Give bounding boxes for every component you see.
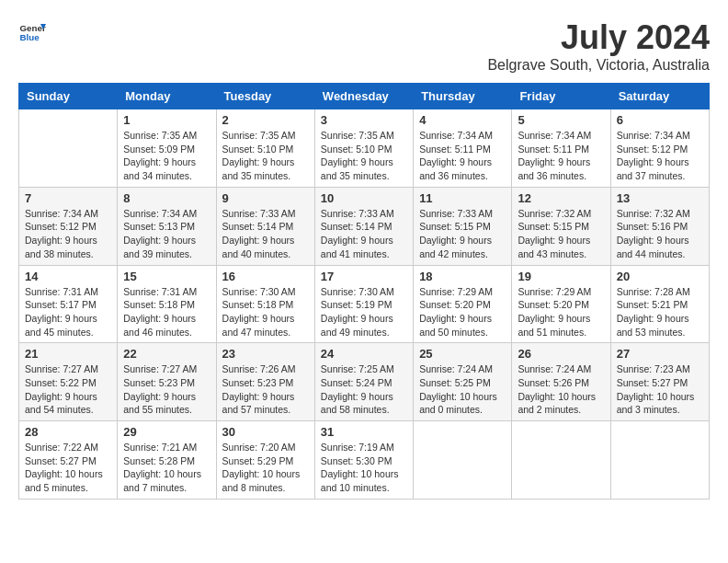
calendar-cell: 9Sunrise: 7:33 AMSunset: 5:14 PMDaylight… [216, 187, 314, 265]
calendar-cell [414, 421, 512, 500]
calendar-cell: 28Sunrise: 7:22 AMSunset: 5:27 PMDayligh… [19, 421, 118, 500]
day-number: 21 [25, 347, 111, 361]
day-info: Sunrise: 7:23 AMSunset: 5:27 PMDaylight:… [617, 362, 703, 417]
day-number: 20 [617, 270, 703, 283]
day-number: 4 [419, 113, 506, 127]
calendar-cell: 11Sunrise: 7:33 AMSunset: 5:15 PMDayligh… [414, 187, 512, 265]
title-block: July 2024 Belgrave South, Victoria, Aust… [487, 18, 710, 74]
day-number: 31 [321, 425, 407, 439]
day-info: Sunrise: 7:19 AMSunset: 5:30 PMDaylight:… [321, 441, 407, 495]
calendar-cell: 12Sunrise: 7:32 AMSunset: 5:15 PMDayligh… [512, 187, 610, 265]
weekday-header-saturday: Saturday [610, 84, 709, 109]
calendar-cell: 18Sunrise: 7:29 AMSunset: 5:20 PMDayligh… [414, 265, 512, 343]
day-info: Sunrise: 7:34 AMSunset: 5:12 PMDaylight:… [617, 129, 703, 183]
calendar-cell: 23Sunrise: 7:26 AMSunset: 5:23 PMDayligh… [216, 343, 314, 421]
calendar-cell: 31Sunrise: 7:19 AMSunset: 5:30 PMDayligh… [314, 421, 413, 500]
calendar-cell: 8Sunrise: 7:34 AMSunset: 5:13 PMDaylight… [118, 187, 216, 265]
day-number: 8 [123, 191, 210, 205]
calendar-week-row: 14Sunrise: 7:31 AMSunset: 5:17 PMDayligh… [19, 265, 710, 343]
weekday-header-sunday: Sunday [19, 84, 118, 109]
day-info: Sunrise: 7:34 AMSunset: 5:11 PMDaylight:… [518, 129, 604, 183]
day-number: 10 [321, 191, 407, 205]
calendar-cell: 10Sunrise: 7:33 AMSunset: 5:14 PMDayligh… [314, 187, 413, 265]
day-number: 6 [617, 113, 703, 127]
calendar-cell: 4Sunrise: 7:34 AMSunset: 5:11 PMDaylight… [414, 109, 512, 188]
day-info: Sunrise: 7:28 AMSunset: 5:21 PMDaylight:… [617, 285, 703, 339]
calendar-cell: 26Sunrise: 7:24 AMSunset: 5:26 PMDayligh… [512, 343, 610, 421]
day-info: Sunrise: 7:24 AMSunset: 5:26 PMDaylight:… [518, 362, 604, 417]
day-info: Sunrise: 7:27 AMSunset: 5:22 PMDaylight:… [25, 362, 111, 417]
calendar-week-row: 7Sunrise: 7:34 AMSunset: 5:12 PMDaylight… [19, 187, 710, 265]
calendar-cell: 30Sunrise: 7:20 AMSunset: 5:29 PMDayligh… [216, 421, 314, 500]
weekday-header-tuesday: Tuesday [216, 84, 314, 109]
calendar-cell: 25Sunrise: 7:24 AMSunset: 5:25 PMDayligh… [414, 343, 512, 421]
calendar-cell: 29Sunrise: 7:21 AMSunset: 5:28 PMDayligh… [118, 421, 216, 500]
calendar-cell [610, 421, 709, 500]
day-info: Sunrise: 7:33 AMSunset: 5:15 PMDaylight:… [419, 207, 506, 261]
day-info: Sunrise: 7:27 AMSunset: 5:23 PMDaylight:… [123, 362, 210, 417]
calendar-cell: 6Sunrise: 7:34 AMSunset: 5:12 PMDaylight… [610, 109, 709, 188]
day-info: Sunrise: 7:25 AMSunset: 5:24 PMDaylight:… [321, 362, 407, 417]
logo: General Blue [18, 18, 46, 46]
day-number: 27 [617, 347, 703, 361]
day-number: 15 [123, 270, 210, 283]
day-info: Sunrise: 7:24 AMSunset: 5:25 PMDaylight:… [419, 362, 506, 417]
day-info: Sunrise: 7:33 AMSunset: 5:14 PMDaylight:… [321, 207, 407, 261]
page-header: General Blue July 2024 Belgrave South, V… [18, 18, 710, 74]
day-info: Sunrise: 7:29 AMSunset: 5:20 PMDaylight:… [419, 285, 506, 339]
calendar-cell: 19Sunrise: 7:29 AMSunset: 5:20 PMDayligh… [512, 265, 610, 343]
day-info: Sunrise: 7:31 AMSunset: 5:18 PMDaylight:… [123, 285, 210, 339]
weekday-header-row: SundayMondayTuesdayWednesdayThursdayFrid… [19, 84, 710, 109]
day-info: Sunrise: 7:34 AMSunset: 5:13 PMDaylight:… [123, 207, 210, 261]
day-number: 28 [25, 425, 111, 439]
day-info: Sunrise: 7:33 AMSunset: 5:14 PMDaylight:… [222, 207, 309, 261]
day-number: 16 [222, 270, 309, 283]
day-number: 29 [123, 425, 210, 439]
day-number: 22 [123, 347, 210, 361]
day-number: 14 [25, 270, 111, 283]
day-info: Sunrise: 7:20 AMSunset: 5:29 PMDaylight:… [222, 441, 309, 495]
day-number: 3 [321, 113, 407, 127]
day-info: Sunrise: 7:35 AMSunset: 5:10 PMDaylight:… [222, 129, 309, 183]
day-info: Sunrise: 7:34 AMSunset: 5:12 PMDaylight:… [25, 207, 111, 261]
weekday-header-thursday: Thursday [414, 84, 512, 109]
calendar-cell [512, 421, 610, 500]
day-info: Sunrise: 7:22 AMSunset: 5:27 PMDaylight:… [25, 441, 111, 495]
day-info: Sunrise: 7:32 AMSunset: 5:15 PMDaylight:… [518, 207, 604, 261]
day-info: Sunrise: 7:26 AMSunset: 5:23 PMDaylight:… [222, 362, 309, 417]
logo-icon: General Blue [18, 18, 46, 46]
day-number: 18 [419, 270, 506, 283]
day-info: Sunrise: 7:30 AMSunset: 5:18 PMDaylight:… [222, 285, 309, 339]
month-title: July 2024 [487, 18, 710, 57]
svg-text:Blue: Blue [20, 32, 40, 42]
day-number: 7 [25, 191, 111, 205]
calendar-cell: 27Sunrise: 7:23 AMSunset: 5:27 PMDayligh… [610, 343, 709, 421]
calendar-cell: 20Sunrise: 7:28 AMSunset: 5:21 PMDayligh… [610, 265, 709, 343]
day-number: 30 [222, 425, 309, 439]
calendar-week-row: 21Sunrise: 7:27 AMSunset: 5:22 PMDayligh… [19, 343, 710, 421]
weekday-header-monday: Monday [118, 84, 216, 109]
calendar-week-row: 1Sunrise: 7:35 AMSunset: 5:09 PMDaylight… [19, 109, 710, 188]
day-info: Sunrise: 7:34 AMSunset: 5:11 PMDaylight:… [419, 129, 506, 183]
day-number: 11 [419, 191, 506, 205]
calendar-cell: 15Sunrise: 7:31 AMSunset: 5:18 PMDayligh… [118, 265, 216, 343]
day-number: 9 [222, 191, 309, 205]
calendar-table: SundayMondayTuesdayWednesdayThursdayFrid… [18, 83, 710, 500]
day-number: 1 [123, 113, 210, 127]
day-number: 13 [617, 191, 703, 205]
calendar-cell: 2Sunrise: 7:35 AMSunset: 5:10 PMDaylight… [216, 109, 314, 188]
day-info: Sunrise: 7:30 AMSunset: 5:19 PMDaylight:… [321, 285, 407, 339]
weekday-header-wednesday: Wednesday [314, 84, 413, 109]
day-info: Sunrise: 7:35 AMSunset: 5:10 PMDaylight:… [321, 129, 407, 183]
day-number: 17 [321, 270, 407, 283]
day-number: 5 [518, 113, 604, 127]
calendar-cell: 16Sunrise: 7:30 AMSunset: 5:18 PMDayligh… [216, 265, 314, 343]
day-number: 19 [518, 270, 604, 283]
calendar-cell: 1Sunrise: 7:35 AMSunset: 5:09 PMDaylight… [118, 109, 216, 188]
calendar-cell: 3Sunrise: 7:35 AMSunset: 5:10 PMDaylight… [314, 109, 413, 188]
calendar-cell: 5Sunrise: 7:34 AMSunset: 5:11 PMDaylight… [512, 109, 610, 188]
calendar-cell: 13Sunrise: 7:32 AMSunset: 5:16 PMDayligh… [610, 187, 709, 265]
weekday-header-friday: Friday [512, 84, 610, 109]
calendar-cell: 21Sunrise: 7:27 AMSunset: 5:22 PMDayligh… [19, 343, 118, 421]
calendar-cell: 24Sunrise: 7:25 AMSunset: 5:24 PMDayligh… [314, 343, 413, 421]
